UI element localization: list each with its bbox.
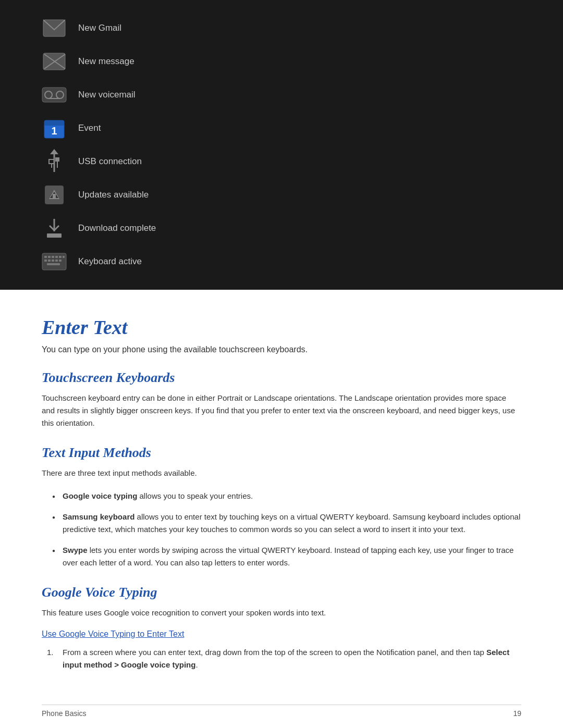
- notif-row-gmail: New Gmail: [42, 16, 521, 41]
- gmail-label: New Gmail: [78, 23, 121, 33]
- event-icon: 1: [42, 116, 67, 141]
- svg-rect-26: [48, 256, 51, 258]
- download-label: Download complete: [78, 223, 156, 233]
- svg-rect-23: [47, 233, 62, 238]
- footer-page: 19: [513, 709, 521, 718]
- message-label: New message: [78, 56, 134, 67]
- notification-section: New Gmail New message: [0, 0, 563, 290]
- list-item-samsung: Samsung keyboard allows you to enter tex…: [52, 511, 521, 536]
- voicemail-icon: [42, 82, 67, 107]
- section-text-input: Text Input Methods There are three text …: [42, 445, 521, 569]
- svg-rect-34: [55, 260, 58, 262]
- notif-row-voicemail: New voicemail: [42, 82, 521, 107]
- svg-rect-28: [55, 256, 58, 258]
- list-item-voice: Google voice typing allows you to speak …: [52, 490, 521, 502]
- svg-text:1: 1: [51, 125, 57, 137]
- message-icon: [42, 49, 67, 74]
- download-icon: [42, 216, 67, 241]
- page-wrapper: New Gmail New message: [0, 0, 563, 718]
- touchscreen-title: Touchscreen Keyboards: [42, 370, 521, 386]
- bullet-bold-1: Google voice typing: [63, 491, 137, 500]
- svg-rect-35: [59, 260, 62, 262]
- list-item-swype: Swype lets you enter words by swiping ac…: [52, 544, 521, 569]
- intro-text: You can type on your phone using the ava…: [42, 345, 521, 354]
- notif-row-download: Download complete: [42, 216, 521, 241]
- svg-rect-4: [42, 88, 66, 102]
- bullet-rest-1: allows you to speak your entries.: [137, 491, 253, 500]
- numbered-list: 1. From a screen where you can enter tex…: [47, 646, 521, 671]
- step-number-1: 1.: [47, 646, 54, 659]
- svg-rect-33: [52, 260, 54, 262]
- event-label: Event: [78, 123, 101, 133]
- subsection-link[interactable]: Use Google Voice Typing to Enter Text: [42, 630, 521, 639]
- notif-row-message: New message: [42, 49, 521, 74]
- step-1: 1. From a screen where you can enter tex…: [47, 646, 521, 671]
- usb-icon: [42, 149, 67, 174]
- bullet-list: Google voice typing allows you to speak …: [52, 490, 521, 569]
- text-input-intro: There are three text input methods avail…: [42, 467, 521, 479]
- keyboard-icon: [42, 249, 67, 274]
- section-google-voice: Google Voice Typing This feature uses Go…: [42, 585, 521, 671]
- step-bold-1: Select input method > Google voice typin…: [63, 648, 509, 669]
- notif-row-event: 1 Event: [42, 116, 521, 141]
- svg-rect-29: [59, 256, 62, 258]
- voicemail-label: New voicemail: [78, 90, 136, 100]
- notif-row-keyboard: Keyboard active: [42, 249, 521, 274]
- svg-rect-15: [55, 157, 59, 162]
- google-voice-body: This feature uses Google voice recogniti…: [42, 607, 521, 619]
- updates-label: Updates available: [78, 190, 149, 200]
- notif-row-updates: Updates available: [42, 182, 521, 207]
- bullet-rest-3: lets you enter words by swiping across t…: [63, 546, 513, 567]
- text-input-title: Text Input Methods: [42, 445, 521, 461]
- page-title: Enter Text: [42, 316, 521, 339]
- page-footer: Phone Basics 19: [42, 705, 521, 718]
- google-voice-title: Google Voice Typing: [42, 585, 521, 600]
- section-touchscreen: Touchscreen Keyboards Touchscreen keyboa…: [42, 370, 521, 429]
- svg-marker-12: [50, 149, 58, 154]
- footer-label: Phone Basics: [42, 709, 87, 718]
- svg-rect-31: [44, 260, 47, 262]
- svg-rect-20: [53, 194, 56, 199]
- touchscreen-body: Touchscreen keyboard entry can be done i…: [42, 392, 521, 429]
- usb-label: USB connection: [78, 156, 142, 167]
- main-content: Enter Text You can type on your phone us…: [0, 290, 563, 718]
- svg-rect-32: [48, 260, 51, 262]
- notif-row-usb: USB connection: [42, 149, 521, 174]
- svg-rect-27: [52, 256, 54, 258]
- bullet-bold-2: Samsung keyboard: [63, 512, 134, 521]
- gmail-icon: [42, 16, 67, 41]
- bullet-bold-3: Swype: [63, 546, 88, 554]
- updates-icon: [42, 182, 67, 207]
- svg-rect-36: [47, 263, 60, 265]
- svg-rect-25: [44, 256, 47, 258]
- svg-rect-30: [63, 256, 65, 258]
- keyboard-label: Keyboard active: [78, 256, 142, 267]
